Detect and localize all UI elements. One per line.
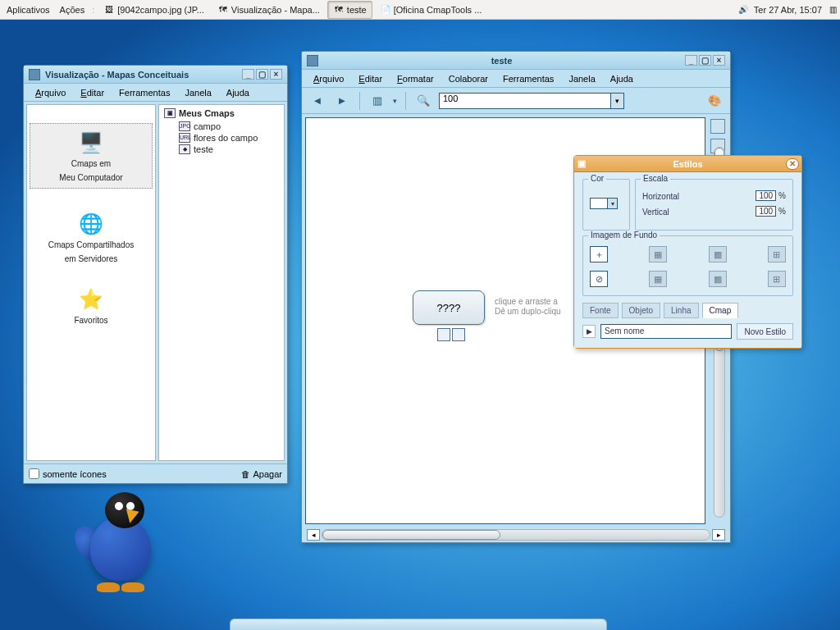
taskbar-button-label: Visualização - Mapa...	[231, 5, 320, 15]
horizontal-input[interactable]: 100	[756, 190, 776, 201]
bg-option-button[interactable]: ⊞	[768, 271, 786, 287]
maximize-button[interactable]: ▢	[256, 69, 268, 80]
taskbar-clock[interactable]: Ter 27 Abr, 15:07	[749, 5, 827, 15]
taskbar-button-teste[interactable]: 🗺teste	[327, 1, 372, 19]
cmap-icon: ◆	[179, 144, 190, 154]
menu-editar[interactable]: Editar	[352, 72, 389, 85]
minimize-button[interactable]: _	[242, 69, 254, 80]
maximize-button[interactable]: ▢	[699, 55, 711, 66]
taskbar-menu-actions[interactable]: Ações	[55, 5, 90, 15]
scroll-left-button[interactable]: ◂	[307, 529, 320, 541]
list-item-label: flores do campo	[194, 133, 258, 143]
list-item[interactable]: JPGcampo	[164, 121, 279, 132]
volume-icon[interactable]: 🔊	[737, 4, 749, 16]
menu-formatar[interactable]: Formatar	[390, 72, 441, 85]
projects-sidebar: 🖥️ Cmaps em Meu Computador 🌐 Cmaps Compa…	[26, 104, 156, 461]
bg-option-button[interactable]: ⊞	[768, 246, 786, 262]
bg-remove-button[interactable]: ⊘	[590, 271, 608, 287]
canvas-hint: clique e arraste a Dê um duplo-cliqu	[495, 297, 561, 317]
taskbar-button-image[interactable]: 🖼[9042campo.jpg (JP...	[98, 1, 210, 19]
menu-ajuda[interactable]: Ajuda	[220, 86, 256, 99]
new-style-button[interactable]: Novo Estilo	[737, 323, 793, 340]
menu-janela[interactable]: Janela	[178, 86, 217, 99]
computer-icon: 🖥️	[76, 129, 106, 155]
nav-forward-button[interactable]: ►	[333, 92, 351, 110]
taskbar-button-projects[interactable]: 🗺Visualização - Mapa...	[212, 1, 326, 19]
taskbar-menu-applications[interactable]: Aplicativos	[2, 5, 55, 15]
percent-label: %	[778, 207, 786, 216]
globe-icon: 🌐	[76, 210, 106, 236]
list-header[interactable]: ▣ Meus Cmaps	[164, 108, 279, 118]
menu-ferramentas[interactable]: Ferramentas	[496, 72, 560, 85]
bottom-dock[interactable]	[230, 619, 607, 630]
titlebar[interactable]: Visualização - Mapas Conceituais _ ▢ ×	[24, 66, 287, 84]
scale-button[interactable]: ▥	[368, 92, 386, 110]
menu-ajuda[interactable]: Ajuda	[604, 72, 640, 85]
jpg-icon: JPG	[179, 121, 190, 131]
document-icon: 📄	[380, 4, 391, 16]
scrollbar-track[interactable]	[322, 529, 710, 541]
menu-arquivo[interactable]: Arquivo	[307, 72, 350, 85]
tray-icon[interactable]: ▥	[827, 4, 838, 16]
menu-editar[interactable]: Editar	[74, 86, 111, 99]
apply-style-button[interactable]: ▶	[582, 325, 596, 338]
concept-label: ????	[437, 302, 461, 314]
vertical-input[interactable]: 100	[756, 206, 776, 217]
titlebar[interactable]: teste _ ▢ ×	[302, 52, 730, 70]
sidebar-item-favorites[interactable]: ⭐ Favoritos	[30, 285, 153, 326]
chevron-down-icon[interactable]: ▾	[608, 198, 618, 209]
style-name-input[interactable]: Sem nome	[600, 324, 732, 339]
close-button[interactable]: ✕	[786, 158, 799, 170]
menu-janela[interactable]: Janela	[562, 72, 601, 85]
chevron-down-icon[interactable]: ▾	[611, 93, 624, 109]
desktop-mascot	[75, 486, 158, 592]
minimize-button[interactable]: _	[685, 55, 697, 66]
hint-line: clique e arraste a	[495, 297, 561, 307]
tab-objeto[interactable]: Objeto	[622, 303, 660, 318]
taskbar-button-label: teste	[347, 5, 367, 15]
sidebar-item-label: Cmaps em	[71, 158, 111, 169]
list-item[interactable]: ◆teste	[164, 144, 279, 155]
close-button[interactable]: ×	[270, 69, 282, 80]
concept-node[interactable]: ????	[413, 290, 485, 325]
delete-button[interactable]: 🗑Apagar	[241, 469, 282, 479]
taskbar-button-oficina[interactable]: 📄[Oficina CmapTools ...	[374, 1, 488, 19]
divider	[359, 92, 360, 110]
bg-option-button[interactable]: ▩	[709, 246, 727, 262]
folder-icon: ▣	[164, 108, 176, 118]
window-title: teste	[323, 56, 680, 66]
legend: Escala	[641, 174, 670, 183]
checkbox[interactable]	[29, 468, 39, 479]
bg-option-button[interactable]: ▦	[649, 246, 667, 262]
tab-linha[interactable]: Linha	[664, 303, 698, 318]
sidebar-item-shared[interactable]: 🌐 Cmaps Compartilhados em Servidores	[30, 210, 153, 264]
nav-back-button[interactable]: ◄	[308, 92, 326, 110]
zoom-combo[interactable]: 100 ▾	[439, 93, 624, 109]
list-item[interactable]: URLflores do campo	[164, 132, 279, 144]
zoom-input[interactable]: 100	[439, 93, 611, 109]
node-tool-button[interactable]	[437, 328, 450, 341]
scrollbar-thumb[interactable]	[322, 530, 500, 540]
close-button[interactable]: ×	[713, 55, 725, 66]
node-tool-button[interactable]	[452, 328, 465, 341]
styles-button[interactable]: 🎨	[705, 92, 724, 110]
tab-cmap[interactable]: Cmap	[702, 303, 739, 318]
zoom-icon[interactable]: 🔍	[414, 92, 432, 110]
sidebar-item-label: em Servidores	[65, 253, 117, 264]
bg-add-button[interactable]: ＋	[590, 246, 608, 262]
only-icons-checkbox[interactable]: somente ícones	[29, 468, 107, 479]
bg-option-button[interactable]: ▩	[709, 271, 727, 287]
side-button[interactable]	[710, 119, 725, 134]
chevron-down-icon[interactable]: ▾	[393, 97, 397, 105]
list-header-label: Meus Cmaps	[179, 108, 235, 118]
scroll-right-button[interactable]: ▸	[712, 529, 725, 541]
menu-ferramentas[interactable]: Ferramentas	[112, 86, 176, 99]
tab-fonte[interactable]: Fonte	[582, 303, 619, 318]
url-icon: URL	[179, 133, 190, 143]
color-swatch[interactable]	[590, 198, 608, 209]
menu-arquivo[interactable]: AArquivorquivo	[29, 86, 72, 99]
menu-colaborar[interactable]: Colaborar	[442, 72, 495, 85]
bg-option-button[interactable]: ▦	[649, 271, 667, 287]
sidebar-item-mycomputer[interactable]: 🖥️ Cmaps em Meu Computador	[30, 123, 153, 189]
titlebar[interactable]: ▣ Estilos ✕	[574, 156, 801, 172]
